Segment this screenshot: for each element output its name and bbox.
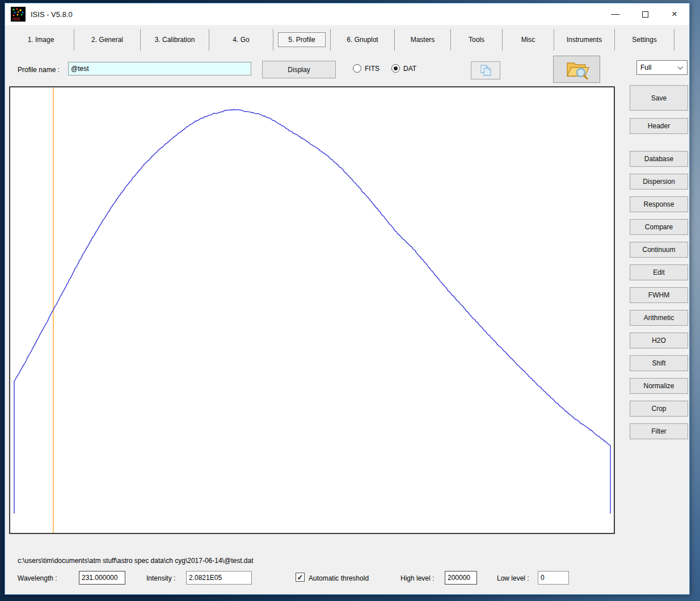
dispersion-button[interactable]: Dispersion <box>630 174 688 190</box>
app-icon: ISIS <box>11 7 26 22</box>
radio-dat[interactable]: DAT <box>391 64 416 73</box>
wavelength-input[interactable] <box>79 571 125 585</box>
wavelength-label: Wavelength : <box>18 574 57 582</box>
tab-label: Masters <box>406 33 440 47</box>
h2o-button[interactable]: H2O <box>630 333 688 348</box>
check-icon: ✓ <box>297 574 303 581</box>
high-level-input[interactable] <box>445 571 477 585</box>
tab-label: 3. Calibration <box>150 33 200 47</box>
shift-button[interactable]: Shift <box>630 355 688 371</box>
view-select[interactable]: Full <box>636 60 688 75</box>
tab-label: 2. General <box>87 33 128 47</box>
intensity-label: Intensity : <box>146 574 175 582</box>
continuum-button[interactable]: Continuum <box>630 242 688 258</box>
crop-button[interactable]: Crop <box>630 401 688 417</box>
low-level-label: Low level : <box>497 574 529 582</box>
profile-name-input[interactable] <box>68 62 251 75</box>
response-button[interactable]: Response <box>630 196 688 212</box>
svg-text:ISIS: ISIS <box>12 17 20 21</box>
tab-5-profile[interactable]: 5. Profile <box>273 26 330 53</box>
tab-2-general[interactable]: 2. General <box>74 26 140 53</box>
compare-button[interactable]: Compare <box>630 219 688 235</box>
tab-misc[interactable]: Misc <box>503 26 554 53</box>
copy-documents-icon <box>478 64 494 77</box>
tab-label: Tools <box>464 33 489 47</box>
auto-threshold-checkbox[interactable]: ✓ <box>296 573 305 582</box>
arithmetic-button[interactable]: Arithmetic <box>630 310 688 326</box>
tab-bar: 1. Image2. General3. Calibration4. Go5. … <box>6 26 688 53</box>
tab-3-calibration[interactable]: 3. Calibration <box>141 26 209 53</box>
display-button[interactable]: Display <box>262 61 336 78</box>
minimize-icon: — <box>612 9 620 18</box>
radio-fits[interactable]: FITS <box>353 64 379 73</box>
low-level-input[interactable] <box>538 571 569 585</box>
tab-label: Misc <box>517 33 540 47</box>
profile-name-label: Profile name : <box>18 66 60 74</box>
tab-separator <box>674 29 674 51</box>
header-button[interactable]: Header <box>630 118 688 134</box>
tab-instruments[interactable]: Instruments <box>554 26 614 53</box>
format-radio-group: FITSDAT <box>353 64 428 73</box>
tab-label: 4. Go <box>228 33 254 47</box>
profile-plot[interactable] <box>9 86 615 534</box>
intensity-input[interactable] <box>186 571 252 585</box>
minimize-button[interactable]: — <box>601 3 630 25</box>
tab-tools[interactable]: Tools <box>451 26 502 53</box>
radio-circle-icon <box>353 64 361 73</box>
tab-4-go[interactable]: 4. Go <box>209 26 273 53</box>
profile-curve <box>14 110 610 514</box>
high-level-label: High level : <box>400 574 434 582</box>
filter-button[interactable]: Filter <box>630 423 688 439</box>
tab-label: Settings <box>627 33 661 47</box>
radio-label: FITS <box>365 65 379 73</box>
folder-search-icon <box>564 59 589 79</box>
maximize-icon <box>642 11 648 18</box>
edit-button[interactable]: Edit <box>630 264 688 280</box>
tab-1-image[interactable]: 1. Image <box>8 26 74 53</box>
tab-masters[interactable]: Masters <box>395 26 450 53</box>
tab-settings[interactable]: Settings <box>615 26 674 53</box>
view-select-value: Full <box>640 64 651 72</box>
maximize-button[interactable] <box>630 3 660 25</box>
browse-button[interactable] <box>553 56 600 83</box>
tab-6-gnuplot[interactable]: 6. Gnuplot <box>331 26 394 53</box>
tab-label: 6. Gnuplot <box>342 33 382 47</box>
normalize-button[interactable]: Normalize <box>630 378 688 394</box>
profile-plot-canvas[interactable] <box>10 87 614 533</box>
window-title: ISIS - V5.8.0 <box>31 10 73 19</box>
copy-button[interactable] <box>471 61 500 79</box>
chevron-down-icon <box>677 64 683 70</box>
radio-label: DAT <box>403 65 416 73</box>
tab-label: Instruments <box>562 33 607 47</box>
close-button[interactable]: × <box>660 3 689 25</box>
tab-label: 1. Image <box>23 33 59 47</box>
auto-threshold-label: Automatic threshold <box>309 574 369 582</box>
fwhm-button[interactable]: FWHM <box>630 287 688 303</box>
file-path-text: c:\users\tim\documents\atm stuff\astro s… <box>18 557 254 565</box>
app-window: ISIS ISIS - V5.8.0 — × 1. Image2. Genera… <box>5 3 690 595</box>
radio-circle-icon <box>391 64 400 73</box>
tab-label: 5. Profile <box>278 32 325 47</box>
desktop-background: ISIS ISIS - V5.8.0 — × 1. Image2. Genera… <box>0 0 700 601</box>
database-button[interactable]: Database <box>630 151 688 167</box>
title-bar[interactable]: ISIS ISIS - V5.8.0 — × <box>5 3 689 25</box>
window-controls: — × <box>601 3 689 25</box>
save-button[interactable]: Save <box>630 85 688 111</box>
close-icon: × <box>672 9 677 20</box>
